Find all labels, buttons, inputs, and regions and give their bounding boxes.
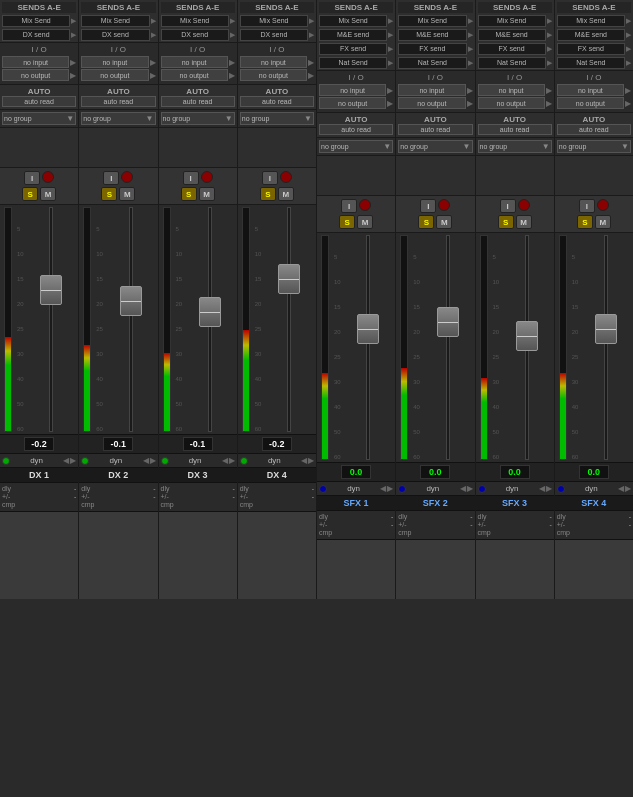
send-label-dx4-1[interactable]: DX send xyxy=(240,29,308,41)
insert-btn-dx4[interactable]: I xyxy=(262,171,278,185)
dyn-prev-dx2[interactable]: ◀ xyxy=(143,456,149,465)
send-label-sfx2-2[interactable]: FX send xyxy=(398,43,466,55)
group-btn-dx1[interactable]: no group ▼ xyxy=(2,112,76,125)
dyn-next-dx3[interactable]: ▶ xyxy=(229,456,235,465)
fader-handle-sfx3[interactable] xyxy=(516,321,538,351)
output-btn-dx2[interactable]: no output xyxy=(81,69,148,81)
solo-btn-sfx1[interactable]: S xyxy=(339,215,355,229)
group-btn-sfx1[interactable]: no group ▼ xyxy=(319,140,393,153)
send-label-sfx3-0[interactable]: Mix Send xyxy=(478,15,546,27)
send-label-sfx4-1[interactable]: M&E send xyxy=(557,29,625,41)
mute-btn-sfx4[interactable]: M xyxy=(595,215,611,229)
send-label-dx2-0[interactable]: Mix Send xyxy=(81,15,149,27)
dyn-prev-sfx4[interactable]: ◀ xyxy=(618,484,624,493)
rec-btn-dx2[interactable] xyxy=(121,171,133,183)
mute-btn-sfx2[interactable]: M xyxy=(436,215,452,229)
send-label-dx4-0[interactable]: Mix Send xyxy=(240,15,308,27)
rec-btn-dx4[interactable] xyxy=(280,171,292,183)
dyn-prev-sfx2[interactable]: ◀ xyxy=(460,484,466,493)
auto-btn-sfx1[interactable]: auto read xyxy=(319,124,393,135)
solo-btn-dx4[interactable]: S xyxy=(260,187,276,201)
insert-btn-sfx1[interactable]: I xyxy=(341,199,357,213)
mute-btn-sfx1[interactable]: M xyxy=(357,215,373,229)
insert-btn-sfx3[interactable]: I xyxy=(500,199,516,213)
dyn-label-dx4[interactable]: dyn xyxy=(250,456,299,465)
input-btn-sfx3[interactable]: no input xyxy=(478,84,545,96)
dyn-next-dx4[interactable]: ▶ xyxy=(308,456,314,465)
rec-btn-sfx4[interactable] xyxy=(597,199,609,211)
send-label-sfx2-1[interactable]: M&E send xyxy=(398,29,466,41)
input-btn-sfx1[interactable]: no input xyxy=(319,84,386,96)
mute-btn-dx4[interactable]: M xyxy=(278,187,294,201)
dyn-label-sfx1[interactable]: dyn xyxy=(329,484,378,493)
rec-btn-sfx1[interactable] xyxy=(359,199,371,211)
send-label-sfx4-3[interactable]: Nat Send xyxy=(557,57,625,69)
auto-btn-dx4[interactable]: auto read xyxy=(240,96,314,107)
insert-btn-dx3[interactable]: I xyxy=(183,171,199,185)
fader-handle-sfx1[interactable] xyxy=(357,314,379,344)
rec-btn-dx3[interactable] xyxy=(201,171,213,183)
input-btn-dx2[interactable]: no input xyxy=(81,56,148,68)
mute-btn-sfx3[interactable]: M xyxy=(516,215,532,229)
solo-btn-dx2[interactable]: S xyxy=(101,187,117,201)
dyn-label-sfx4[interactable]: dyn xyxy=(567,484,616,493)
group-btn-sfx3[interactable]: no group ▼ xyxy=(478,140,552,153)
fader-handle-dx1[interactable] xyxy=(40,275,62,305)
auto-btn-sfx2[interactable]: auto read xyxy=(398,124,472,135)
dyn-label-sfx2[interactable]: dyn xyxy=(408,484,457,493)
rec-btn-sfx2[interactable] xyxy=(438,199,450,211)
solo-btn-dx1[interactable]: S xyxy=(22,187,38,201)
dyn-prev-dx1[interactable]: ◀ xyxy=(63,456,69,465)
input-btn-dx3[interactable]: no input xyxy=(161,56,228,68)
dyn-prev-sfx3[interactable]: ◀ xyxy=(539,484,545,493)
dyn-label-sfx3[interactable]: dyn xyxy=(488,484,537,493)
group-btn-sfx4[interactable]: no group ▼ xyxy=(557,140,631,153)
output-btn-sfx4[interactable]: no output xyxy=(557,97,624,109)
input-btn-sfx4[interactable]: no input xyxy=(557,84,624,96)
dyn-prev-sfx1[interactable]: ◀ xyxy=(380,484,386,493)
fader-handle-dx4[interactable] xyxy=(278,264,300,294)
group-btn-sfx2[interactable]: no group ▼ xyxy=(398,140,472,153)
output-btn-sfx2[interactable]: no output xyxy=(398,97,465,109)
input-btn-sfx2[interactable]: no input xyxy=(398,84,465,96)
insert-btn-sfx4[interactable]: I xyxy=(579,199,595,213)
mute-btn-dx3[interactable]: M xyxy=(199,187,215,201)
dyn-label-dx1[interactable]: dyn xyxy=(12,456,61,465)
send-label-sfx1-3[interactable]: Nat Send xyxy=(319,57,387,69)
send-label-dx3-0[interactable]: Mix Send xyxy=(161,15,229,27)
insert-btn-dx1[interactable]: I xyxy=(24,171,40,185)
rec-btn-sfx3[interactable] xyxy=(518,199,530,211)
auto-btn-sfx4[interactable]: auto read xyxy=(557,124,631,135)
send-label-dx1-0[interactable]: Mix Send xyxy=(2,15,70,27)
dyn-label-dx3[interactable]: dyn xyxy=(171,456,220,465)
output-btn-dx4[interactable]: no output xyxy=(240,69,307,81)
output-btn-sfx3[interactable]: no output xyxy=(478,97,545,109)
fader-handle-dx3[interactable] xyxy=(199,297,221,327)
dyn-prev-dx4[interactable]: ◀ xyxy=(301,456,307,465)
send-label-sfx2-3[interactable]: Nat Send xyxy=(398,57,466,69)
send-label-sfx2-0[interactable]: Mix Send xyxy=(398,15,466,27)
send-label-sfx1-0[interactable]: Mix Send xyxy=(319,15,387,27)
output-btn-dx3[interactable]: no output xyxy=(161,69,228,81)
mute-btn-dx1[interactable]: M xyxy=(40,187,56,201)
send-label-dx3-1[interactable]: DX send xyxy=(161,29,229,41)
send-label-sfx3-3[interactable]: Nat Send xyxy=(478,57,546,69)
auto-btn-dx1[interactable]: auto read xyxy=(2,96,76,107)
auto-btn-dx3[interactable]: auto read xyxy=(161,96,235,107)
send-label-dx2-1[interactable]: DX send xyxy=(81,29,149,41)
solo-btn-sfx4[interactable]: S xyxy=(577,215,593,229)
group-btn-dx2[interactable]: no group ▼ xyxy=(81,112,155,125)
dyn-label-dx2[interactable]: dyn xyxy=(91,456,140,465)
auto-btn-sfx3[interactable]: auto read xyxy=(478,124,552,135)
send-label-sfx4-2[interactable]: FX send xyxy=(557,43,625,55)
dyn-next-sfx2[interactable]: ▶ xyxy=(467,484,473,493)
mute-btn-dx2[interactable]: M xyxy=(119,187,135,201)
send-label-dx1-1[interactable]: DX send xyxy=(2,29,70,41)
dyn-next-sfx1[interactable]: ▶ xyxy=(387,484,393,493)
input-btn-dx1[interactable]: no input xyxy=(2,56,69,68)
output-btn-dx1[interactable]: no output xyxy=(2,69,69,81)
fader-handle-dx2[interactable] xyxy=(120,286,142,316)
rec-btn-dx1[interactable] xyxy=(42,171,54,183)
dyn-next-dx1[interactable]: ▶ xyxy=(70,456,76,465)
insert-btn-sfx2[interactable]: I xyxy=(420,199,436,213)
